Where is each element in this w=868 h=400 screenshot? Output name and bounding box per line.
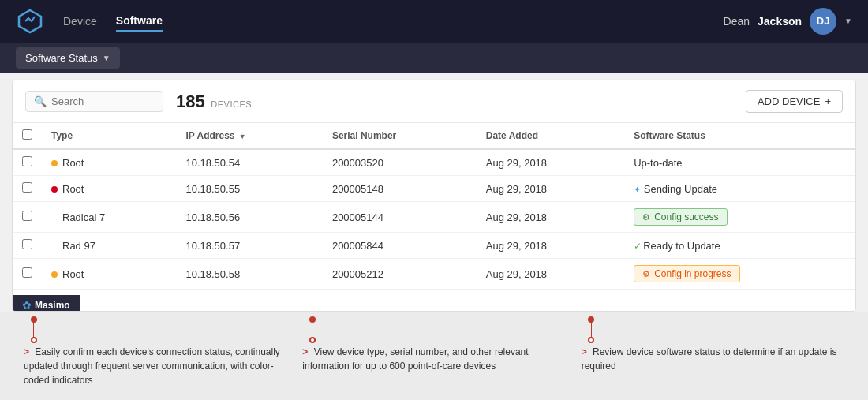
add-icon: + xyxy=(825,95,831,107)
cell-ip: 10.18.50.54 xyxy=(176,149,322,176)
cell-serial: 200003544 xyxy=(323,290,477,296)
table-row[interactable]: Root10.18.50.59200003544Aug 29, 2018Need… xyxy=(13,290,855,296)
gear-icon-orange: ⚙ xyxy=(642,269,650,279)
software-status-dropdown[interactable]: Software Status ▼ xyxy=(16,47,120,69)
annotation-col-2: > View device type, serial number, and o… xyxy=(302,320,565,387)
annotation-text-3: > Review device software status to deter… xyxy=(582,340,844,373)
cell-serial: 200005148 xyxy=(323,176,477,202)
table-row[interactable]: Root10.18.50.55200005148Aug 29, 2018✦ Se… xyxy=(13,176,855,202)
col-ip[interactable]: IP Address ▼ xyxy=(176,123,322,149)
annotation-arrow-1: > xyxy=(24,346,29,357)
row-checkbox-2[interactable] xyxy=(22,211,32,221)
cell-date: Aug 29, 2018 xyxy=(477,290,624,296)
cell-date: Aug 29, 2018 xyxy=(477,176,624,202)
connection-dot xyxy=(51,160,58,166)
cell-status: ⚙Config success xyxy=(624,202,855,233)
row-checkbox-0[interactable] xyxy=(22,156,32,166)
col-checkbox[interactable] xyxy=(13,123,42,149)
table-row[interactable]: Root10.18.50.58200005212Aug 29, 2018⚙Con… xyxy=(13,259,855,290)
cell-type: Root xyxy=(42,149,176,176)
search-input[interactable] xyxy=(51,95,154,107)
cell-type: Radical 7 xyxy=(42,202,176,233)
connection-dot xyxy=(51,271,58,278)
user-avatar[interactable]: DJ xyxy=(810,8,836,35)
annotation-col-1: > Easily confirm each device's connectio… xyxy=(24,320,286,387)
table-row[interactable]: Rad 9710.18.50.57200005844Aug 29, 2018✓R… xyxy=(13,233,855,259)
col-date: Date Added xyxy=(477,123,624,149)
top-nav: Device Software Dean Jackson DJ ▼ xyxy=(0,0,868,43)
connection-dot xyxy=(51,243,58,249)
cell-serial: 200003520 xyxy=(323,149,477,176)
user-first-name: Dean xyxy=(724,15,750,28)
annotation-text-1: > Easily confirm each device's connectio… xyxy=(24,340,286,387)
connection-dot xyxy=(51,186,58,193)
search-box[interactable]: 🔍 xyxy=(25,91,163,112)
ann-line-1 xyxy=(24,320,286,340)
table-header-row: Type IP Address ▼ Serial Number Date Add… xyxy=(13,123,855,149)
cell-type: Root xyxy=(42,259,176,290)
device-table: Type IP Address ▼ Serial Number Date Add… xyxy=(13,123,855,295)
device-count-label: DEVICES xyxy=(211,99,252,109)
app-container: Device Software Dean Jackson DJ ▼ Softwa… xyxy=(0,0,868,400)
cell-type: Rad 97 xyxy=(42,233,176,259)
status-badge-green: ⚙Config success xyxy=(634,208,727,226)
nav-device[interactable]: Device xyxy=(63,12,97,31)
sub-nav: Software Status ▼ xyxy=(0,43,868,73)
cell-status: ⚙Config in progress xyxy=(624,259,855,290)
select-all-checkbox[interactable] xyxy=(22,129,32,140)
nav-right: Dean Jackson DJ ▼ xyxy=(724,8,852,35)
nav-software[interactable]: Software xyxy=(116,11,163,32)
table-row[interactable]: Radical 710.18.50.56200005144Aug 29, 201… xyxy=(13,202,855,233)
sub-nav-arrow: ▼ xyxy=(103,54,110,62)
cell-ip: 10.18.50.57 xyxy=(176,233,322,259)
masimo-logo-text: Masimo xyxy=(35,300,70,311)
device-count: 185 xyxy=(176,92,205,111)
add-device-button[interactable]: ADD DEVICE + xyxy=(746,90,843,113)
table-scroll-wrapper[interactable]: Type IP Address ▼ Serial Number Date Add… xyxy=(13,123,855,295)
main-panel: 🔍 185 DEVICES ADD DEVICE + xyxy=(12,80,856,312)
cell-ip: 10.18.50.59 xyxy=(176,290,322,296)
cell-serial: 200005144 xyxy=(323,202,477,233)
annotation-row: > Easily confirm each device's connectio… xyxy=(24,320,844,387)
masimo-logo-icon: ✿ xyxy=(22,299,32,312)
user-last-name: Jackson xyxy=(758,15,802,28)
cell-status: Need Update xyxy=(624,290,855,296)
cell-type: Root xyxy=(42,290,176,296)
status-badge-orange: ⚙Config in progress xyxy=(634,265,739,282)
sub-nav-label: Software Status xyxy=(25,52,98,64)
col-status: Software Status xyxy=(624,123,855,149)
row-checkbox-1[interactable] xyxy=(22,182,32,193)
gear-icon: ⚙ xyxy=(642,212,650,222)
connection-dot xyxy=(51,215,58,221)
cell-date: Aug 29, 2018 xyxy=(477,259,624,290)
cell-status: Up-to-date xyxy=(624,149,855,176)
annotation-arrow-2: > xyxy=(302,346,308,357)
annotation-section: > Easily confirm each device's connectio… xyxy=(0,312,868,400)
cell-ip: 10.18.50.58 xyxy=(176,259,322,290)
device-count-wrapper: 185 DEVICES xyxy=(176,92,252,112)
cell-serial: 200005844 xyxy=(323,233,477,259)
row-checkbox-3[interactable] xyxy=(22,239,32,249)
cell-date: Aug 29, 2018 xyxy=(477,202,624,233)
ann-line-3 xyxy=(582,320,844,340)
bottom-logo-bar: ✿ Masimo xyxy=(13,295,80,312)
check-icon: ✓ xyxy=(634,241,642,252)
cell-ip: 10.18.50.56 xyxy=(176,202,322,233)
search-icon: 🔍 xyxy=(34,95,47,107)
table-row[interactable]: Root10.18.50.54200003520Aug 29, 2018Up-t… xyxy=(13,149,855,176)
cell-status: ✦ Sending Update xyxy=(624,176,855,202)
col-type: Type xyxy=(42,123,176,149)
sending-icon: ✦ xyxy=(634,185,641,194)
cell-date: Aug 29, 2018 xyxy=(477,149,624,176)
ann-line-2 xyxy=(302,320,565,340)
annotation-arrow-3: > xyxy=(582,346,587,357)
annotation-text-2: > View device type, serial number, and o… xyxy=(302,340,565,373)
cell-type: Root xyxy=(42,176,176,202)
sort-arrow: ▼ xyxy=(239,133,246,140)
row-checkbox-4[interactable] xyxy=(22,267,32,278)
cell-status: ✓Ready to Update xyxy=(624,233,855,259)
user-menu-arrow[interactable]: ▼ xyxy=(844,17,852,25)
toolbar-left: 🔍 185 DEVICES xyxy=(25,91,252,112)
cell-ip: 10.18.50.55 xyxy=(176,176,322,202)
cell-serial: 200005212 xyxy=(323,259,477,290)
